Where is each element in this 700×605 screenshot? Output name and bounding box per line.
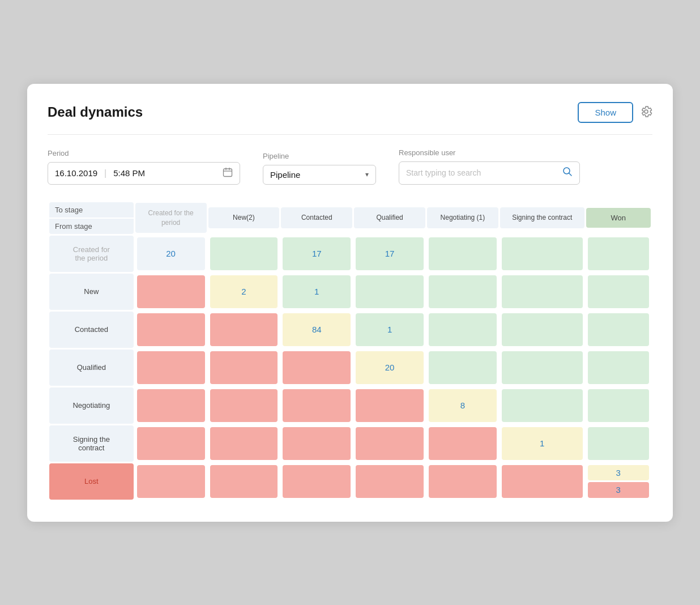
col-header-contacted: Contacted xyxy=(281,207,352,228)
cell xyxy=(210,313,278,346)
cell xyxy=(588,427,649,460)
header-actions: Show xyxy=(578,102,652,123)
cell xyxy=(356,427,424,460)
cell: 17 xyxy=(356,237,424,270)
cell xyxy=(588,389,649,422)
row-label-signing: Signing thecontract xyxy=(49,425,134,462)
cell xyxy=(137,427,205,460)
cell xyxy=(588,351,649,384)
cell xyxy=(210,427,278,460)
cell xyxy=(429,237,497,270)
cell: 1 xyxy=(502,427,583,460)
table-row: Negotiating 8 xyxy=(49,387,651,424)
table-row: Contacted 84 1 xyxy=(49,312,651,348)
cell xyxy=(356,465,424,498)
col-header-signing: Signing the contract xyxy=(500,207,584,228)
col-header-created: Created for the period xyxy=(135,203,207,233)
deal-dynamics-card: Deal dynamics Show Period 16.10.2019 | 5… xyxy=(27,84,673,522)
cell xyxy=(137,351,205,384)
cell xyxy=(210,237,278,270)
col-header-new: New(2) xyxy=(208,207,280,228)
period-label: Period xyxy=(48,149,240,157)
time-value: 5:48 PM xyxy=(113,168,145,178)
cell xyxy=(283,389,351,422)
col-header-won: Won xyxy=(586,208,651,228)
cell xyxy=(210,351,278,384)
cell: 84 xyxy=(283,313,351,346)
settings-button[interactable] xyxy=(640,105,652,120)
pipeline-filter: Pipeline Pipeline ▾ xyxy=(263,152,376,185)
cell xyxy=(588,237,649,270)
cell xyxy=(137,313,205,346)
svg-rect-0 xyxy=(224,169,232,177)
cell xyxy=(137,389,205,422)
pipeline-label: Pipeline xyxy=(263,152,376,160)
deal-dynamics-matrix: To stage From stage Created for the peri… xyxy=(48,201,652,501)
cell xyxy=(429,465,497,498)
cell: 2 xyxy=(210,275,278,308)
cell xyxy=(502,237,583,270)
cell xyxy=(502,351,583,384)
date-value: 16.10.2019 xyxy=(55,168,97,178)
cell xyxy=(283,351,351,384)
row-label-qualified: Qualified xyxy=(49,350,134,386)
page-title: Deal dynamics xyxy=(48,104,143,120)
row-label-lost: Lost xyxy=(49,463,134,500)
col-header-qualified: Qualified xyxy=(354,207,425,228)
cell xyxy=(356,389,424,422)
col-to-stage: To stage xyxy=(49,202,134,218)
card-header: Deal dynamics Show xyxy=(48,102,652,135)
pipeline-value: Pipeline xyxy=(270,170,300,180)
row-label-new: New xyxy=(49,274,134,310)
responsible-user-filter: Responsible user Start typing to search xyxy=(399,148,580,185)
pipeline-dropdown[interactable]: Pipeline ▾ xyxy=(263,165,376,185)
cell: 1 xyxy=(356,313,424,346)
table-row: Lost 3 3 xyxy=(49,463,651,500)
cell xyxy=(588,313,649,346)
cell xyxy=(502,313,583,346)
chevron-down-icon: ▾ xyxy=(365,171,369,178)
search-placeholder-text: Start typing to search xyxy=(406,168,558,177)
cell xyxy=(137,275,205,308)
cell xyxy=(588,275,649,308)
cell xyxy=(283,427,351,460)
row-label-created: Created forthe period xyxy=(49,236,134,272)
period-filter: Period 16.10.2019 | 5:48 PM xyxy=(48,149,240,185)
cell-won-split: 3 3 xyxy=(588,465,649,498)
search-icon xyxy=(562,167,573,180)
cell: 20 xyxy=(137,237,205,270)
cell: 17 xyxy=(283,237,351,270)
filters-bar: Period 16.10.2019 | 5:48 PM Pipeline Pip… xyxy=(48,148,652,185)
col-header-negotiating: Negotiating (1) xyxy=(427,207,498,228)
cell xyxy=(210,389,278,422)
date-picker[interactable]: 16.10.2019 | 5:48 PM xyxy=(48,162,240,185)
user-search-input[interactable]: Start typing to search xyxy=(399,161,580,185)
col-from-stage: From stage xyxy=(49,219,134,234)
row-label-negotiating: Negotiating xyxy=(49,387,134,424)
show-button[interactable]: Show xyxy=(578,102,633,123)
cell xyxy=(502,389,583,422)
calendar-icon xyxy=(223,167,233,180)
table-row: New 2 1 xyxy=(49,274,651,310)
table-row: Created forthe period 20 17 17 xyxy=(49,236,651,272)
gear-icon xyxy=(640,108,652,120)
cell: 1 xyxy=(283,275,351,308)
cell xyxy=(429,351,497,384)
cell xyxy=(502,465,583,498)
row-label-contacted: Contacted xyxy=(49,312,134,348)
cell xyxy=(429,427,497,460)
cell-won-bottom: 3 xyxy=(588,482,649,498)
cell xyxy=(356,275,424,308)
cell xyxy=(502,275,583,308)
cell xyxy=(429,313,497,346)
table-row: Signing thecontract 1 xyxy=(49,425,651,462)
cell xyxy=(283,465,351,498)
responsible-label: Responsible user xyxy=(399,148,580,157)
table-row: Qualified 20 xyxy=(49,350,651,386)
cell: 20 xyxy=(356,351,424,384)
cell xyxy=(429,275,497,308)
cell: 8 xyxy=(429,389,497,422)
cell xyxy=(137,465,205,498)
cell xyxy=(210,465,278,498)
cell-won-top: 3 xyxy=(588,465,649,481)
